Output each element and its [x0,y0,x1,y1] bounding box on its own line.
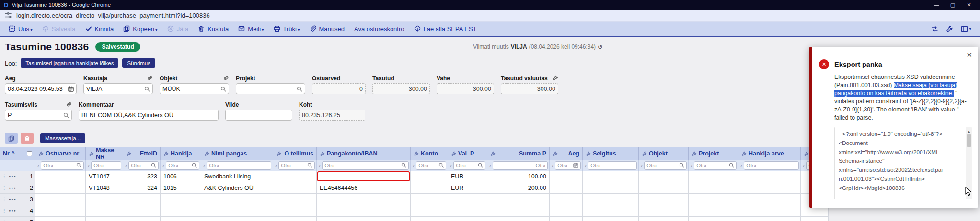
search-icon[interactable] [438,163,444,168]
filter-input[interactable] [93,163,119,168]
cell-projekt[interactable] [689,217,738,221]
calendar-icon[interactable] [68,86,74,92]
filter-input[interactable] [646,163,679,168]
column-header-hankija[interactable]: Hankija [161,147,201,160]
cell-makse-nr[interactable] [86,205,123,217]
cell-hankija-arve[interactable] [738,217,801,221]
filter-chevron-icon[interactable]: › [584,162,587,168]
column-header-summa-p[interactable]: Summa P [487,147,550,160]
cell-nimi-pangas[interactable]: A&K Cylinders OÜ [201,182,273,194]
loo-button-sündmus[interactable]: Sündmus [122,58,155,68]
delete-rows-button[interactable] [21,133,34,144]
column-settings-wrench-icon[interactable] [89,151,94,156]
filter-input[interactable] [557,163,573,168]
cell-etteid[interactable]: 324 [123,182,161,194]
cell-o-tellimus[interactable] [273,182,317,194]
column-settings-wrench-icon[interactable] [126,151,131,156]
cell-makse-nr[interactable]: VT1048 [86,182,123,194]
cell-konto[interactable] [411,194,448,205]
cell-etteid[interactable] [123,217,161,221]
filter-input[interactable] [696,163,729,168]
cell-makse-nr[interactable] [86,194,123,205]
cell-hankija-arve[interactable] [738,194,801,205]
search-icon[interactable] [220,86,226,92]
cell-hankija[interactable] [161,205,201,217]
cell-o-tellimus[interactable] [273,217,317,221]
row-number-cell[interactable]: ⋮●●●3 [0,194,35,205]
search-icon[interactable] [679,163,684,168]
filter-input[interactable] [418,163,438,168]
cell-konto[interactable] [411,205,448,217]
column-header-konto[interactable]: Konto [411,147,448,160]
column-header-val-p[interactable]: Val. P [448,147,487,160]
search-icon[interactable] [729,163,734,168]
filter-chevron-icon[interactable]: › [450,162,452,168]
cell-val-p[interactable]: EUR [448,171,487,182]
filter-chevron-icon[interactable]: › [690,162,693,168]
drag-handle-icon[interactable]: ⋮ [2,185,7,190]
cell-objekt[interactable] [639,217,689,221]
column-settings-wrench-icon[interactable] [642,151,647,156]
column-settings-wrench-icon[interactable] [38,151,44,156]
column-settings-wrench-icon[interactable] [320,151,325,156]
toolbar-button-kinnita[interactable]: Kinnita [81,22,119,36]
cell-hankija-arve[interactable] [738,171,801,182]
filter-chevron-icon[interactable]: › [551,162,554,168]
column-header-o-tellimus[interactable]: O.tellimus [273,147,317,160]
cell-hankija[interactable] [161,217,201,221]
cell-objekt[interactable] [639,205,689,217]
column-header-pangakonto-iban[interactable]: Pangakonto/IBAN [317,147,411,160]
row-number-cell[interactable]: ⋮●●●2 [0,182,35,194]
cell-summa-p[interactable] [487,194,550,205]
layout-columns-icon[interactable] [961,25,971,33]
cell-aeg[interactable] [550,217,583,221]
calendar-icon[interactable] [573,163,578,168]
cell-hankija[interactable]: 1006 [161,171,201,182]
row-number-cell[interactable]: ⋮●●●4 [0,205,35,217]
cell-konto[interactable] [411,217,448,221]
filter-input[interactable] [209,163,269,168]
search-icon[interactable] [76,163,81,168]
cell-ostuarve-nr[interactable] [35,217,86,221]
column-settings-wrench-icon[interactable] [163,151,169,156]
swap-arrows-icon[interactable] [931,25,938,33]
field-input[interactable]: VILJA [83,83,153,94]
row-menu-icon[interactable]: ●●● [9,209,16,212]
column-header-projekt[interactable]: Projekt [689,147,738,160]
filter-chevron-icon[interactable]: › [489,162,492,168]
search-icon[interactable] [478,163,483,168]
toolbar-button-kopeeri[interactable]: Kopeeri [118,22,162,36]
column-settings-wrench-icon[interactable] [692,151,697,156]
cell-selgitus[interactable] [583,194,639,205]
cell-aeg[interactable] [550,194,583,205]
filter-chevron-icon[interactable]: › [37,162,40,168]
cell-extra[interactable] [801,217,829,221]
search-icon[interactable] [401,163,406,168]
filter-input[interactable] [590,163,634,168]
toolbar-button-tr-ki[interactable]: Trüki [269,22,305,36]
filter-input[interactable] [43,163,76,168]
cell-projekt[interactable] [689,182,738,194]
field-input[interactable] [236,83,305,94]
filter-input[interactable] [495,163,545,168]
cell-aeg[interactable] [550,182,583,194]
row-number-cell[interactable]: ⋮●●●5 [0,217,35,221]
filter-chevron-icon[interactable]: › [740,162,743,168]
column-header-hankija-arve[interactable]: Hankija arve [738,147,801,160]
filter-input[interactable] [131,163,151,168]
cell-pangakonto-iban[interactable] [317,194,411,205]
field-input[interactable]: BENECOM OÜ,A&K Cylinders OÜ [79,110,219,121]
loo-button-tasumised[interactable]: Tasumised jagatuna hankijate lõikes [21,58,118,68]
search-icon[interactable] [144,86,150,92]
filter-chevron-icon[interactable]: › [640,162,643,168]
scrollbar-thumb[interactable] [967,134,971,147]
column-settings-wrench-icon[interactable] [276,151,281,156]
toolbar-button-kustuta[interactable]: Kustuta [193,22,233,36]
cell-objekt[interactable] [639,171,689,182]
cell-o-tellimus[interactable] [273,194,317,205]
cell-selgitus[interactable] [583,217,639,221]
cell-ostuarve-nr[interactable] [35,194,86,205]
column-header-etteid[interactable]: EtteID [123,147,161,160]
cell-selgitus[interactable] [583,182,639,194]
column-settings-wrench-icon[interactable] [586,151,591,156]
